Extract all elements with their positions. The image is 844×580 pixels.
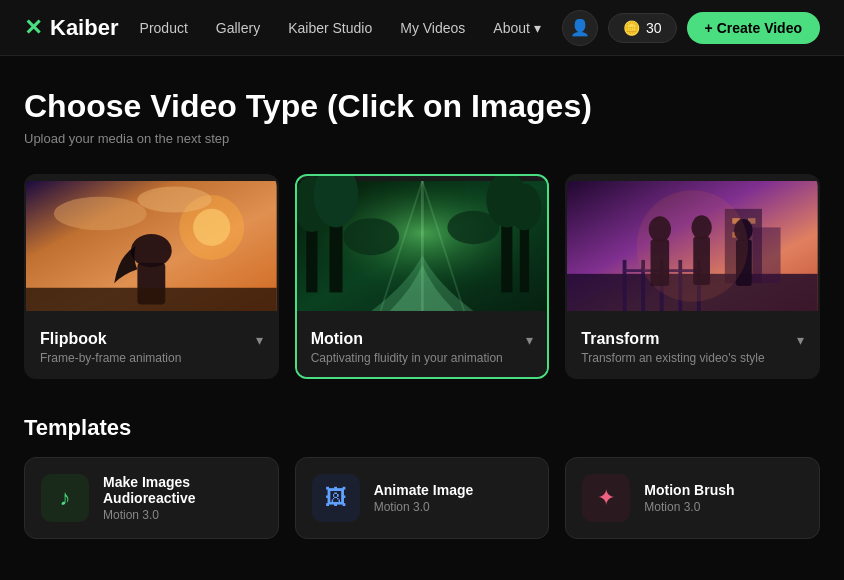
template-audioreactive-sub: Motion 3.0 [103, 508, 262, 522]
page-subtitle: Upload your media on the next step [24, 131, 820, 146]
nav-my-videos[interactable]: My Videos [400, 20, 465, 36]
motion-card-body: Motion Captivating fluidity in your anim… [297, 320, 548, 377]
page-title: Choose Video Type (Click on Images) [24, 88, 820, 125]
music-note-icon: ♪ [60, 485, 71, 511]
svg-point-42 [637, 190, 748, 301]
motion-image [297, 176, 548, 316]
coins-icon: 🪙 [623, 20, 640, 36]
main-content: Choose Video Type (Click on Images) Uplo… [0, 56, 844, 563]
user-icon-button[interactable]: 👤 [562, 10, 598, 46]
template-animate-image[interactable]: 🖼 Animate Image Motion 3.0 [295, 457, 550, 539]
template-motion-brush-sub: Motion 3.0 [644, 500, 734, 514]
nav-links: Product Gallery Kaiber Studio My Videos … [140, 20, 541, 36]
image-icon: 🖼 [325, 485, 347, 511]
template-motion-brush-name: Motion Brush [644, 482, 734, 498]
template-animate-image-icon: 🖼 [312, 474, 360, 522]
template-motion-brush-icon: ✦ [582, 474, 630, 522]
motion-title: Motion [311, 330, 503, 348]
video-type-motion[interactable]: Motion Captivating fluidity in your anim… [295, 174, 550, 379]
svg-point-17 [507, 184, 540, 230]
brush-icon: ✦ [597, 485, 615, 511]
logo[interactable]: ✕ Kaiber [24, 15, 118, 41]
svg-rect-7 [26, 288, 277, 311]
nav-about[interactable]: About ▾ [493, 20, 541, 36]
svg-rect-32 [753, 227, 781, 283]
user-icon: 👤 [570, 18, 590, 37]
template-audioreactive[interactable]: ♪ Make Images Audioreactive Motion 3.0 [24, 457, 279, 539]
motion-chevron: ▾ [526, 332, 533, 348]
logo-icon: ✕ [24, 15, 42, 41]
flipbook-chevron: ▾ [256, 332, 263, 348]
flipbook-desc: Frame-by-frame animation [40, 351, 181, 365]
svg-point-5 [131, 234, 172, 267]
transform-title: Transform [581, 330, 764, 348]
nav-product[interactable]: Product [140, 20, 188, 36]
logo-text: Kaiber [50, 15, 118, 41]
svg-rect-25 [623, 260, 627, 311]
templates-heading: Templates [24, 415, 820, 441]
flipbook-title: Flipbook [40, 330, 181, 348]
svg-point-3 [54, 197, 147, 230]
chevron-down-icon: ▾ [534, 20, 541, 36]
flipbook-image [26, 176, 277, 316]
svg-point-2 [193, 209, 230, 246]
template-motion-brush[interactable]: ✦ Motion Brush Motion 3.0 [565, 457, 820, 539]
svg-point-21 [343, 218, 399, 255]
flipbook-card-body: Flipbook Frame-by-frame animation ▾ [26, 320, 277, 377]
nav-gallery[interactable]: Gallery [216, 20, 260, 36]
svg-point-4 [137, 187, 211, 213]
svg-point-22 [447, 211, 499, 244]
navbar: ✕ Kaiber Product Gallery Kaiber Studio M… [0, 0, 844, 56]
credits-button[interactable]: 🪙 30 [608, 13, 677, 43]
template-audioreactive-icon: ♪ [41, 474, 89, 522]
nav-kaiber-studio[interactable]: Kaiber Studio [288, 20, 372, 36]
template-animate-image-sub: Motion 3.0 [374, 500, 474, 514]
motion-desc: Captivating fluidity in your animation [311, 351, 503, 365]
template-animate-image-name: Animate Image [374, 482, 474, 498]
transform-chevron: ▾ [797, 332, 804, 348]
create-video-button[interactable]: + Create Video [687, 12, 820, 44]
transform-desc: Transform an existing video's style [581, 351, 764, 365]
credits-count: 30 [646, 20, 662, 36]
transform-image [567, 176, 818, 316]
video-type-flipbook[interactable]: Flipbook Frame-by-frame animation ▾ [24, 174, 279, 379]
video-type-transform[interactable]: Transform Transform an existing video's … [565, 174, 820, 379]
template-audioreactive-name: Make Images Audioreactive [103, 474, 262, 506]
nav-actions: 👤 🪙 30 + Create Video [562, 10, 820, 46]
video-type-selector: Flipbook Frame-by-frame animation ▾ [24, 174, 820, 379]
transform-card-body: Transform Transform an existing video's … [567, 320, 818, 377]
templates-list: ♪ Make Images Audioreactive Motion 3.0 🖼… [24, 457, 820, 539]
